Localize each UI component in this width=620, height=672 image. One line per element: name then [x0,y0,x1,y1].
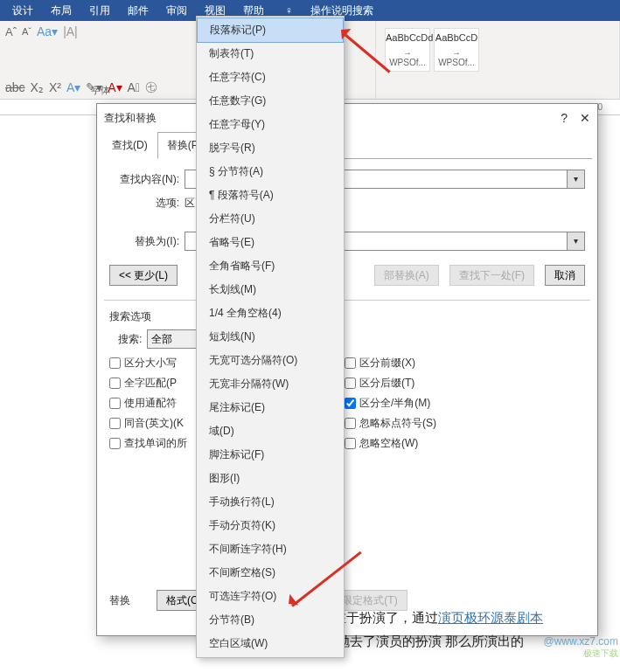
menu-whitespace[interactable]: 空白区域(W) [197,632,344,655]
menu-graphic[interactable]: 图形(I) [197,467,344,490]
options-label: 选项: [109,196,179,211]
menu-column-break[interactable]: 分栏符(U) [197,207,344,231]
font-size-up-icon[interactable]: Aˆ [5,25,17,38]
menu-any-letter[interactable]: 任意字母(Y) [197,113,344,136]
menu-section-break[interactable]: 分节符(B) [197,608,344,632]
search-scope-label: 搜索: [118,332,142,347]
font-size-down-icon[interactable]: Aˇ [22,26,31,37]
menu-nonbreak-hyphen[interactable]: 不间断连字符(H) [197,537,344,561]
find-next-button[interactable]: 查找下一处(F) [449,265,534,286]
watermark: @www.xz7.com 极速下载 [496,635,618,670]
menu-any-digit[interactable]: 任意数字(G) [197,89,344,113]
clear-format-icon[interactable]: Aa▾ [37,24,58,38]
menu-paragraph-mark[interactable]: 段落标记(P) [197,17,344,43]
chk-wildcards[interactable]: 使用通配符 [109,396,187,411]
chk-match-case[interactable]: 区分大小写 [109,356,187,371]
options-value: 区 [185,196,195,211]
menu-footnote-mark[interactable]: 脚注标记(F) [197,443,344,467]
special-format-menu: 段落标记(P) 制表符(T) 任意字符(C) 任意数字(G) 任意字母(Y) 脱… [196,16,345,658]
replace-with-label: 替换为(I): [109,234,179,249]
replace-section-label: 替换 [109,593,130,608]
menu-endnote-mark[interactable]: 尾注标记(E) [197,396,344,419]
style-chip-2[interactable]: AaBbCcD → WPSOf... [434,28,479,72]
menu-caret[interactable]: 脱字号(R) [197,136,344,160]
styles-gallery[interactable]: AaBbCcDd → WPSOf... AaBbCcD → WPSOf... [381,24,614,75]
menu-quarter-em[interactable]: 1/4 全角空格(4) [197,301,344,325]
tab-mailings[interactable]: 邮件 [119,0,157,22]
find-what-label: 查找内容(N): [109,172,179,187]
menu-section-char[interactable]: § 分节符(A) [197,160,344,184]
chevron-down-icon[interactable]: ▾ [567,232,584,250]
chk-word-forms[interactable]: 查找单词的所 [109,436,187,451]
dialog-tabs: 查找(D) 替换(P) [102,132,592,159]
replace-all-button[interactable]: 部替换(A) [374,265,439,286]
phonetic-icon[interactable]: |A| [63,24,78,38]
menu-paragraph-char[interactable]: ¶ 段落符号(A) [197,184,344,207]
less-options-button[interactable]: << 更少(L) [109,265,178,286]
menu-opt-hyphen[interactable]: 可选连字符(O) [197,585,344,608]
chevron-down-icon[interactable]: ▾ [567,170,584,188]
menu-nowidth-nonbreak[interactable]: 无宽非分隔符(W) [197,372,344,396]
menu-any-char[interactable]: 任意字符(C) [197,66,344,89]
find-replace-dialog: 查找和替换 ? ✕ 查找(D) 替换(P) 查找内容(N): ▾ 选项: 区 替… [96,103,598,636]
tab-design[interactable]: 设计 [3,0,42,22]
chk-ignore-punct[interactable]: 忽略标点符号(S) [345,416,436,431]
group-font-label: 字体 [0,84,200,97]
menu-ellipsis[interactable]: 省略号(E) [197,231,344,254]
style-chip-1[interactable]: AaBbCcDd → WPSOf... [385,28,430,72]
menu-full-ellipsis[interactable]: 全角省略号(F) [197,254,344,278]
menu-manual-linebreak[interactable]: 手动换行符(L) [197,490,344,514]
tab-references[interactable]: 引用 [80,0,119,22]
close-icon[interactable]: ✕ [580,111,590,125]
tab-layout[interactable]: 布局 [42,0,80,22]
chk-full-half-width[interactable]: 区分全/半角(M) [345,396,436,411]
chk-match-suffix[interactable]: 区分后缀(T) [345,376,436,391]
chk-sounds-like[interactable]: 同音(英文)(K [109,416,187,431]
chk-ignore-space[interactable]: 忽略空格(W) [345,436,436,451]
chk-whole-word[interactable]: 全字匹配(P [109,376,187,391]
tab-review[interactable]: 审阅 [157,0,196,22]
dialog-titlebar[interactable]: 查找和替换 ? ✕ [97,104,597,132]
menu-nowidth-opt[interactable]: 无宽可选分隔符(O) [197,349,344,372]
menu-em-dash[interactable]: 长划线(M) [197,278,344,301]
menu-manual-pagebreak[interactable]: 手动分页符(K) [197,514,344,537]
chk-match-prefix[interactable]: 区分前缀(X) [345,356,436,371]
cancel-button[interactable]: 取消 [545,265,585,286]
menu-tab-char[interactable]: 制表符(T) [197,42,344,66]
help-icon[interactable]: ? [561,111,568,125]
menu-en-dash[interactable]: 短划线(N) [197,325,344,349]
menu-field[interactable]: 域(D) [197,419,344,443]
tab-find[interactable]: 查找(D) [102,132,157,159]
dialog-title: 查找和替换 [104,111,157,126]
search-options-title: 搜索选项 [109,309,585,324]
